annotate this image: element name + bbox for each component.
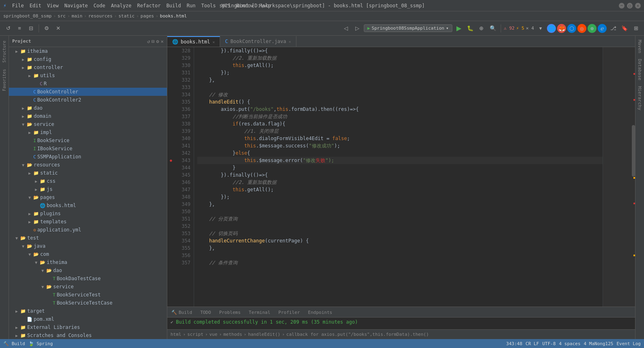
forward-button[interactable]: ▷: [352, 24, 362, 33]
tab-book-controller[interactable]: C BookController.java ✕: [220, 36, 296, 47]
tree-item-impl[interactable]: ▶ 📁 impl: [9, 128, 167, 136]
bc-vue[interactable]: vue: [210, 332, 218, 337]
indent-spaces[interactable]: 4 spaces: [559, 341, 581, 346]
tree-item-test[interactable]: ▼ 📂 test: [9, 234, 167, 242]
tree-refresh-btn[interactable]: ↺: [147, 39, 150, 44]
breadcrumb-src[interactable]: src: [58, 13, 66, 19]
firefox-icon[interactable]: 🦊: [557, 24, 566, 33]
menu-file[interactable]: File: [10, 2, 26, 9]
tree-item-books-html[interactable]: 🌐 books.html: [9, 201, 167, 210]
scroll-indicator[interactable]: [632, 125, 635, 177]
collapse-button[interactable]: ⊟: [26, 24, 36, 33]
spring-status[interactable]: 🍃 Spring: [28, 341, 53, 346]
tree-item-config[interactable]: ▶ 📁 config: [9, 55, 167, 63]
menu-edit[interactable]: Edit: [27, 2, 44, 9]
tree-item-domain[interactable]: ▶ 📁 domain: [9, 112, 167, 120]
tree-item-controller[interactable]: ▶ 📁 controller: [9, 63, 167, 71]
tree-item-target[interactable]: ▶ 📁 target: [9, 307, 167, 315]
tree-settings-btn[interactable]: ⚙: [156, 39, 159, 44]
tree-close-btn[interactable]: ✕: [161, 39, 164, 44]
safari-icon[interactable]: ⊕: [588, 24, 596, 33]
line-ending[interactable]: CR LF: [525, 341, 539, 346]
tree-item-dao[interactable]: ▶ 📁 dao: [9, 104, 167, 112]
maximize-button[interactable]: □: [627, 3, 633, 9]
bc-html[interactable]: html: [171, 332, 182, 337]
tree-item-R[interactable]: C R: [9, 80, 167, 88]
settings-button[interactable]: ⚙: [42, 24, 52, 33]
bottom-tab-build[interactable]: 🔨 Build: [167, 307, 196, 317]
opera-icon[interactable]: ◎: [577, 24, 586, 33]
close-button[interactable]: ✕: [635, 3, 641, 9]
tree-item-service-main[interactable]: ▼ 📂 service: [9, 120, 167, 128]
menu-tools[interactable]: Tools: [199, 2, 218, 9]
bc-callback[interactable]: callback for axios.put("/books",this.for…: [286, 332, 429, 337]
bottom-tab-profiler[interactable]: Profiler: [274, 307, 304, 317]
tree-item-dao-test[interactable]: ▼ 📂 dao: [9, 266, 167, 275]
menu-analyze[interactable]: Analyze: [108, 2, 134, 9]
menu-run[interactable]: Run: [184, 2, 198, 9]
debug-button[interactable]: 🐛: [465, 24, 475, 33]
menu-refactor[interactable]: Refactor: [135, 2, 163, 9]
tree-item-pages[interactable]: ▼ 📂 pages: [9, 193, 167, 201]
maven-tab[interactable]: Maven: [636, 37, 644, 56]
bookmark-button[interactable]: 🔖: [620, 24, 629, 33]
bc-handleEdit[interactable]: handleEdit(): [248, 332, 280, 337]
event-log[interactable]: Event Log: [616, 341, 641, 346]
expand-errors-button[interactable]: ▾: [536, 24, 545, 33]
bottom-tab-todo[interactable]: TODO: [196, 307, 215, 317]
hierarchy-tab[interactable]: Hierarchy: [636, 84, 644, 113]
ie-icon[interactable]: ℯ: [598, 24, 607, 33]
tree-item-itheima-test[interactable]: ▼ 📂 itheima: [9, 258, 167, 266]
search-button[interactable]: 🔍: [488, 24, 498, 33]
bottom-tab-terminal[interactable]: Terminal: [245, 307, 274, 317]
coverage-button[interactable]: ⊕: [477, 24, 486, 33]
tree-item-BookServiceTestCase[interactable]: T BookServiceTestCase: [9, 299, 167, 307]
breadcrumb-file[interactable]: books.html: [160, 13, 187, 19]
tree-collapse-btn[interactable]: ⊟: [151, 39, 154, 44]
menu-build[interactable]: Build: [164, 2, 184, 9]
close-panel-button[interactable]: ✕: [53, 24, 63, 33]
tab-close-controller[interactable]: ✕: [289, 39, 291, 44]
structure-tab[interactable]: Structure: [1, 37, 8, 66]
tab-books-html[interactable]: 🌐 books.html ✕: [167, 36, 220, 47]
run-config-selector[interactable]: ▶ Springboot08SsmpApplication ▾: [364, 24, 452, 32]
breadcrumb-pages[interactable]: pages: [140, 13, 154, 19]
tab-close-books[interactable]: ✕: [212, 40, 215, 44]
layout-button[interactable]: ⊞: [631, 24, 641, 33]
tree-item-static[interactable]: ▶ 📁 static: [9, 169, 167, 177]
build-status-label[interactable]: 🔨 Build: [3, 341, 25, 346]
tree-item-css[interactable]: ▶ 📁 css: [9, 177, 167, 185]
refresh-button[interactable]: ↺: [3, 24, 13, 33]
tree-item-scratches[interactable]: ▶ 📁 Scratches and Consoles: [9, 331, 167, 339]
code-editor[interactable]: ● 32832933033133233333433533633733833934…: [167, 47, 635, 307]
bc-script[interactable]: script: [187, 332, 203, 337]
tree-item-java[interactable]: ▼ 📂 java: [9, 242, 167, 250]
run-button[interactable]: ▶: [454, 24, 464, 33]
expand-button[interactable]: ≡: [15, 24, 24, 33]
tree-item-BookController[interactable]: C BookController: [9, 88, 167, 96]
bottom-tab-problems[interactable]: Problems: [215, 307, 245, 317]
breadcrumb-static[interactable]: static: [119, 13, 135, 19]
tree-item-com[interactable]: ▼ 📂 com: [9, 250, 167, 258]
code-content[interactable]: }).finally(()=>{ //2. 重新加载数据 this.getAll…: [194, 47, 603, 307]
favorites-tab[interactable]: Favorites: [1, 66, 8, 94]
bc-methods[interactable]: methods: [223, 332, 242, 337]
tree-item-application-yml[interactable]: ⚙ application.yml: [9, 226, 167, 234]
back-button[interactable]: ◁: [341, 24, 351, 33]
menu-view[interactable]: View: [45, 2, 61, 9]
tree-item-BookController2[interactable]: C BookController2: [9, 96, 167, 104]
edge-icon[interactable]: ⬡: [567, 24, 576, 33]
vcs-button[interactable]: ⎇: [608, 24, 618, 33]
chrome-icon[interactable]: 🌐: [547, 24, 556, 33]
minimize-button[interactable]: ─: [619, 3, 625, 9]
tree-item-service-test[interactable]: ▼ 📂 service: [9, 283, 167, 291]
tree-item-pom-xml[interactable]: 📄 pom.xml: [9, 315, 167, 323]
breadcrumb-app[interactable]: springboot_08_ssmp: [3, 13, 52, 19]
tree-item-BookService[interactable]: I BookService: [9, 136, 167, 145]
tree-item-itheima-root[interactable]: ▶ 📁 itheima: [9, 47, 167, 55]
breadcrumb-resources[interactable]: resources: [88, 13, 112, 19]
tree-item-utils[interactable]: ▶ 📁 utils: [9, 71, 167, 80]
tree-item-js[interactable]: ▶ 📁 js: [9, 185, 167, 193]
tree-item-SSMPApplication[interactable]: C SSMPApplication: [9, 153, 167, 161]
tree-item-resources[interactable]: ▼ 📂 resources: [9, 161, 167, 169]
